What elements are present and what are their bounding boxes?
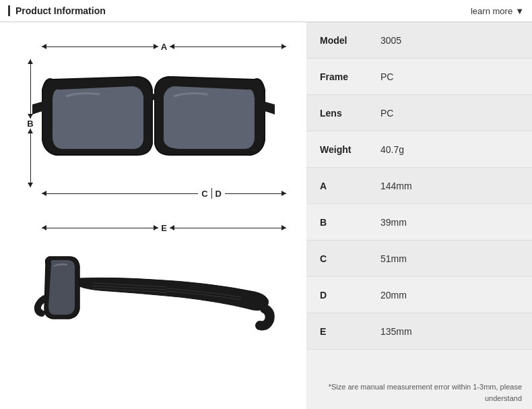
spec-value: 20mm	[380, 290, 407, 301]
arrow-a: A	[42, 41, 286, 52]
arrow-e-line-right	[170, 228, 286, 228]
dropdown-icon: ▼	[515, 6, 524, 16]
spec-key: B	[320, 217, 380, 228]
spec-row-b: B 39mm	[306, 204, 532, 241]
spec-row-weight: Weight 40.7g	[306, 131, 532, 168]
arrow-cd: C D	[42, 188, 286, 199]
spec-row-c: C 51mm	[306, 241, 532, 277]
spec-key: Lens	[320, 108, 380, 119]
spec-value: PC	[380, 71, 393, 82]
spec-key: D	[320, 290, 380, 301]
page-header: Product Information learn more ▼	[0, 0, 532, 22]
diagram-panel: A B	[0, 22, 306, 409]
arrow-e-line-left	[42, 228, 158, 228]
spec-value: 39mm	[380, 217, 407, 228]
label-c: C	[199, 189, 209, 199]
page-title: Product Information	[8, 5, 106, 16]
spec-row-frame: Frame PC	[306, 59, 532, 95]
spec-value: 144mm	[380, 181, 412, 191]
side-view-diagram: E	[13, 214, 293, 363]
spec-key: Weight	[320, 144, 380, 155]
label-b: B	[24, 119, 36, 129]
arrow-d-line	[225, 193, 286, 194]
learn-more-button[interactable]: learn more ▼	[471, 6, 524, 16]
label-a: A	[158, 42, 170, 52]
spec-row-a: A 144mm	[306, 168, 532, 204]
label-d: D	[213, 189, 224, 199]
spec-row-model: Model 3005	[306, 22, 532, 59]
spec-value: PC	[380, 108, 393, 119]
spec-value: 135mm	[380, 326, 412, 337]
arrow-c-line	[42, 193, 198, 194]
spec-key: E	[320, 326, 380, 337]
arrow-b-line	[30, 59, 31, 119]
spec-row-d: D 20mm	[306, 277, 532, 313]
arrow-b: B	[24, 59, 37, 187]
side-glasses-svg	[32, 241, 275, 356]
label-e: E	[158, 223, 170, 233]
spec-value: 51mm	[380, 253, 407, 264]
spec-key: Model	[320, 35, 380, 46]
spec-row-lens: Lens PC	[306, 95, 532, 131]
spec-table: Model 3005 Frame PC Lens PC Weight 40.7g…	[306, 22, 532, 376]
spec-key: Frame	[320, 71, 380, 82]
arrow-b-line-bottom	[30, 129, 31, 188]
specs-panel: Model 3005 Frame PC Lens PC Weight 40.7g…	[306, 22, 532, 409]
spec-row-e: E 135mm	[306, 313, 532, 350]
arrow-a-line-right	[170, 46, 286, 47]
spec-value: 3005	[380, 35, 401, 46]
arrow-e: E	[42, 222, 286, 233]
spec-value: 40.7g	[380, 144, 404, 155]
spec-note: *Size are manual measurement error withi…	[306, 376, 532, 409]
spec-key: A	[320, 181, 380, 191]
front-glasses-svg	[32, 53, 275, 181]
main-content: A B	[0, 22, 532, 409]
arrow-a-line	[42, 46, 158, 47]
learn-more-label: learn more	[471, 6, 512, 16]
front-view-diagram: A B	[13, 29, 293, 204]
spec-key: C	[320, 253, 380, 264]
